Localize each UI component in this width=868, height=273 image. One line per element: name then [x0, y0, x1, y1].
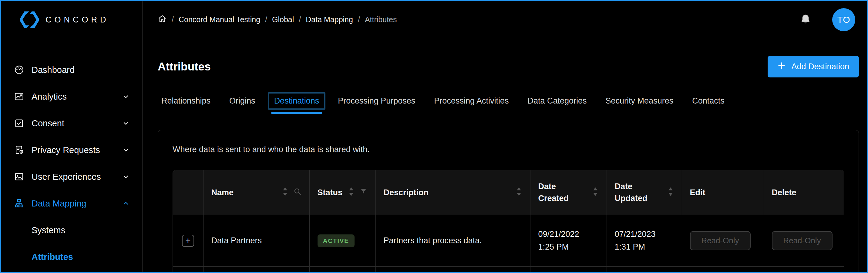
analytics-chart-icon — [14, 91, 24, 102]
table-row: + Data Partners ACTIVE Partners that pro… — [173, 215, 844, 267]
tab-destinations[interactable]: Destinations — [274, 96, 319, 106]
concord-logo-icon — [20, 11, 39, 28]
breadcrumb-item-data-mapping[interactable]: Data Mapping — [306, 15, 353, 24]
page-title: Attributes — [158, 60, 211, 73]
delete-readonly-button[interactable]: Read-Only — [772, 231, 833, 250]
status-cell: ACTIVE — [309, 215, 375, 267]
sidebar-item-consent[interactable]: Consent — [1, 110, 142, 137]
tab-processing-purposes[interactable]: Processing Purposes — [338, 96, 415, 106]
filter-icon[interactable] — [360, 187, 368, 198]
tab-security-measures[interactable]: Security Measures — [606, 96, 674, 106]
column-status[interactable]: Status — [309, 170, 375, 215]
chevron-down-icon — [122, 120, 129, 127]
sidebar-item-label: Consent — [32, 118, 64, 129]
topbar: / Concord Manual Testing / Global / Data… — [143, 1, 867, 38]
destinations-card: Where data is sent to and who the data i… — [158, 130, 859, 273]
status-badge: ACTIVE — [317, 235, 354, 247]
main-area: / Concord Manual Testing / Global / Data… — [143, 1, 867, 272]
name-cell: Data Partners — [203, 215, 309, 267]
chevron-down-icon — [122, 146, 129, 154]
notifications-button[interactable] — [800, 13, 811, 26]
destinations-table: Name — [173, 170, 844, 273]
updated-time: 1:31 PM — [615, 241, 674, 253]
add-destination-button[interactable]: Add Destination — [768, 56, 859, 77]
edit-readonly-button[interactable]: Read-Only — [690, 231, 751, 250]
sidebar-item-privacy-requests[interactable]: Privacy Requests — [1, 137, 142, 163]
updated-date: 07/21/2023 — [615, 228, 674, 241]
description-cell: Partners that process data. — [375, 215, 530, 267]
breadcrumb-item-global[interactable]: Global — [272, 15, 294, 24]
table-row-partial — [173, 267, 844, 273]
breadcrumb: / Concord Manual Testing / Global / Data… — [158, 14, 800, 25]
plus-icon — [777, 61, 786, 72]
tab-contacts[interactable]: Contacts — [692, 96, 724, 106]
sidebar-nav: Dashboard Analytics — [1, 38, 142, 270]
sidebar: CONCORD Dashboard A — [1, 1, 143, 272]
sidebar-subitem-label: Attributes — [32, 252, 73, 262]
app-window: CONCORD Dashboard A — [0, 0, 868, 273]
avatar[interactable]: TO — [832, 8, 855, 31]
column-edit: Edit — [682, 170, 764, 215]
breadcrumb-separator: / — [172, 15, 174, 24]
column-date-created[interactable]: Date Created — [530, 170, 607, 215]
date-created-cell: 09/21/2022 1:25 PM — [530, 215, 607, 267]
created-time: 1:25 PM — [538, 241, 599, 253]
tab-processing-activities[interactable]: Processing Activities — [434, 96, 508, 106]
tab-relationships[interactable]: Relationships — [161, 96, 211, 106]
breadcrumb-item-workspace[interactable]: Concord Manual Testing — [179, 15, 260, 24]
column-description[interactable]: Description — [375, 170, 530, 215]
privacy-doc-shield-icon — [14, 145, 24, 155]
brand-name: CONCORD — [45, 15, 109, 25]
gauge-icon — [14, 65, 24, 75]
sidebar-item-label: Privacy Requests — [32, 145, 100, 155]
content: Attributes Add Destination Relationships… — [143, 38, 867, 272]
chevron-down-icon — [122, 93, 129, 100]
sidebar-item-label: Data Mapping — [32, 199, 87, 209]
sidebar-item-dashboard[interactable]: Dashboard — [1, 56, 142, 83]
chevron-down-icon — [122, 173, 129, 181]
breadcrumb-item-attributes: Attributes — [365, 15, 397, 24]
sidebar-item-label: User Experiences — [32, 172, 101, 182]
table-header-row: Name — [173, 170, 844, 215]
expand-row-button[interactable]: + — [182, 235, 194, 247]
sort-icon — [592, 186, 599, 199]
sidebar-subitem-label: Systems — [32, 225, 65, 235]
sidebar-subitem-attributes[interactable]: Attributes — [1, 244, 142, 270]
breadcrumb-separator: / — [265, 15, 267, 24]
chevron-up-icon — [122, 200, 129, 207]
sidebar-item-user-experiences[interactable]: User Experiences — [1, 163, 142, 190]
card-description: Where data is sent to and who the data i… — [173, 145, 844, 154]
add-destination-label: Add Destination — [791, 62, 849, 71]
image-icon — [14, 171, 24, 182]
created-date: 09/21/2022 — [538, 228, 599, 241]
column-expand — [173, 170, 203, 215]
date-updated-cell: 07/21/2023 1:31 PM — [607, 215, 682, 267]
home-icon — [158, 14, 167, 25]
sort-icon — [667, 186, 674, 199]
column-date-updated[interactable]: Date Updated — [607, 170, 682, 215]
sort-icon — [282, 186, 288, 199]
tab-origins[interactable]: Origins — [229, 96, 255, 106]
consent-checkbox-icon — [14, 118, 24, 129]
breadcrumb-separator: / — [358, 15, 360, 24]
tab-bar: Relationships Origins Destinations Proce… — [143, 96, 867, 113]
column-delete: Delete — [764, 170, 844, 215]
sidebar-subitem-systems[interactable]: Systems — [1, 217, 142, 244]
sidebar-item-analytics[interactable]: Analytics — [1, 83, 142, 110]
sort-icon — [348, 186, 354, 199]
expand-cell: + — [173, 215, 203, 267]
sidebar-item-label: Dashboard — [32, 65, 74, 75]
sitemap-icon — [14, 198, 24, 209]
breadcrumb-separator: / — [299, 15, 301, 24]
tab-data-categories[interactable]: Data Categories — [527, 96, 587, 106]
edit-cell: Read-Only — [682, 215, 764, 267]
sidebar-item-label: Analytics — [32, 92, 67, 102]
brand-logo[interactable]: CONCORD — [1, 1, 142, 38]
breadcrumb-home[interactable] — [158, 14, 167, 25]
delete-cell: Read-Only — [764, 215, 844, 267]
search-icon[interactable] — [293, 187, 302, 198]
bell-icon — [800, 13, 811, 26]
page-head: Attributes Add Destination — [158, 56, 859, 77]
column-name[interactable]: Name — [203, 170, 309, 215]
sidebar-item-data-mapping[interactable]: Data Mapping — [1, 190, 142, 217]
